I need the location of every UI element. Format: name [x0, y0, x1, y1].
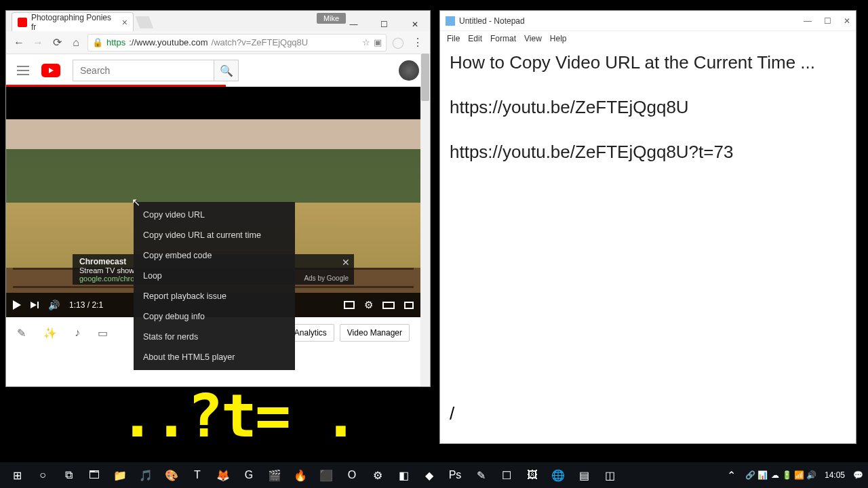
edit-icon[interactable]: ✎ [17, 327, 26, 340]
theater-button[interactable] [382, 302, 395, 309]
tray1[interactable]: 🔗 [745, 470, 757, 480]
tb-app14[interactable]: Ps [442, 464, 468, 486]
tb-app2[interactable]: 🎵 [133, 464, 159, 486]
tb-app6[interactable]: G [236, 464, 262, 486]
tb-explorer[interactable]: 📁 [107, 464, 133, 486]
volume-button[interactable] [48, 300, 60, 310]
np-maximize[interactable]: ☐ [824, 16, 831, 26]
avatar[interactable] [399, 60, 419, 81]
np-line2: https://youtu.be/ZeFTEjQgq8U [450, 96, 846, 119]
np-line3: https://youtu.be/ZeFTEjQgq8U?t=73 [450, 141, 846, 164]
chrome-window: Mike Photographing Ponies fr × — ☐ ✕ ← →… [5, 10, 431, 387]
hamburger-icon[interactable] [17, 66, 29, 75]
menu-format[interactable]: Format [490, 34, 516, 43]
back-button[interactable]: ← [12, 35, 26, 50]
close-button[interactable]: ✕ [399, 18, 430, 31]
cards-icon[interactable]: ▭ [98, 327, 108, 340]
menu-help[interactable]: Help [550, 34, 567, 43]
scroll-thumb[interactable] [421, 54, 429, 101]
tb-app19[interactable]: ◫ [597, 464, 623, 486]
scrollbar[interactable] [420, 54, 430, 386]
tb-app15[interactable]: ✎ [468, 464, 494, 486]
youtube-logo[interactable] [41, 64, 60, 77]
cast-icon[interactable]: ▣ [374, 37, 382, 47]
taskview-button[interactable]: ⧉ [56, 464, 81, 486]
ctx-about[interactable]: About the HTML5 player [134, 347, 295, 367]
tb-app9[interactable]: ⬛ [313, 464, 339, 486]
tb-app10[interactable]: O [339, 464, 365, 486]
forward-button[interactable]: → [31, 35, 45, 50]
tray3[interactable]: ☁ [769, 470, 781, 480]
mouse-cursor: ↖ [132, 196, 140, 209]
start-button[interactable]: ⊞ [4, 464, 30, 486]
search-button[interactable]: 🔍 [214, 60, 239, 81]
taskbar-clock[interactable]: 14:05 [818, 470, 852, 480]
np-line1: How to Copy Video URL at the Current Tim… [450, 52, 846, 75]
ctx-copy-url-time[interactable]: Copy video URL at current time [134, 225, 295, 245]
youtube-favicon [18, 18, 27, 27]
tb-app8[interactable]: 🔥 [288, 464, 313, 486]
tab-close-icon[interactable]: × [122, 17, 127, 28]
url-domain: ://www.youtube.com [129, 37, 208, 47]
browser-tab[interactable]: Photographing Ponies fr × [12, 12, 134, 31]
np-close[interactable]: ✕ [844, 16, 850, 26]
url-protocol: https [106, 37, 125, 47]
settings-button[interactable] [364, 299, 373, 311]
cortana-button[interactable]: ○ [30, 464, 56, 486]
address-bar[interactable]: 🔒 https://www.youtube.com/watch?v=ZeFTEj… [87, 34, 387, 52]
tray-up[interactable]: ⌃ [719, 464, 745, 486]
tab-title: Photographing Ponies fr [31, 13, 118, 32]
notepad-titlebar[interactable]: Untitled - Notepad — ☐ ✕ [440, 11, 856, 31]
chrome-menu-icon[interactable]: ⋮ [410, 35, 425, 50]
tb-app17[interactable]: 🖼 [519, 464, 545, 486]
fullscreen-button[interactable] [404, 302, 414, 309]
tb-app7[interactable]: 🎬 [262, 464, 288, 486]
tb-app11[interactable]: ⚙ [365, 464, 391, 486]
subtitles-button[interactable] [344, 301, 355, 309]
extension-icon[interactable]: ◯ [391, 35, 406, 50]
home-button[interactable]: ⌂ [68, 35, 83, 50]
tb-app16[interactable]: ☐ [494, 464, 519, 486]
ctx-stats[interactable]: Stats for nerds [134, 327, 295, 347]
play-button[interactable] [13, 300, 21, 310]
maximize-button[interactable]: ☐ [369, 18, 399, 31]
tray-wifi[interactable]: 📶 [793, 470, 806, 480]
notepad-window: Untitled - Notepad — ☐ ✕ File Edit Forma… [439, 10, 856, 444]
tb-app12[interactable]: ◧ [391, 464, 416, 486]
tb-app5[interactable]: 🦊 [210, 464, 236, 486]
ctx-report[interactable]: Report playback issue [134, 286, 295, 306]
notepad-content[interactable]: How to Copy Video URL at the Current Tim… [440, 46, 856, 190]
video-progress[interactable] [6, 85, 420, 87]
ctx-copy-url[interactable]: Copy video URL [134, 205, 295, 225]
reload-button[interactable]: ⟳ [50, 35, 64, 50]
bookmark-star-icon[interactable]: ☆ [362, 37, 370, 47]
tb-chrome[interactable]: 🌐 [545, 464, 571, 486]
overlay-text: ..?t= . [119, 381, 357, 451]
ctx-copy-embed[interactable]: Copy embed code [134, 245, 295, 266]
next-button[interactable] [31, 302, 39, 308]
tb-app13[interactable]: ◆ [416, 464, 442, 486]
tray2[interactable]: 📊 [757, 470, 769, 480]
menu-view[interactable]: View [524, 34, 542, 43]
tb-app1[interactable]: 🗔 [81, 464, 107, 486]
ad-close-icon[interactable]: ✕ [342, 257, 350, 268]
search-wrap: 🔍 [73, 60, 239, 81]
tb-app3[interactable]: 🎨 [159, 464, 184, 486]
audio-icon[interactable]: ♪ [75, 327, 80, 339]
video-manager-button[interactable]: Video Manager [340, 324, 410, 342]
notepad-title: Untitled - Notepad [459, 16, 525, 26]
menu-file[interactable]: File [447, 34, 460, 43]
ctx-loop[interactable]: Loop [134, 266, 295, 286]
search-input[interactable] [73, 60, 214, 81]
tb-app18[interactable]: ▤ [571, 464, 597, 486]
enhance-icon[interactable]: ✨ [43, 327, 57, 340]
tray-volume[interactable]: 🔊 [806, 470, 818, 480]
tb-app4[interactable]: T [184, 464, 210, 486]
np-minimize[interactable]: — [804, 16, 812, 26]
menu-edit[interactable]: Edit [468, 34, 482, 43]
ad-attribution: Ads by Google [304, 274, 349, 282]
ctx-debug[interactable]: Copy debug info [134, 306, 295, 327]
notifications[interactable]: 💬 [852, 470, 864, 480]
new-tab-button[interactable] [136, 16, 154, 28]
tray4[interactable]: 🔋 [781, 470, 793, 480]
